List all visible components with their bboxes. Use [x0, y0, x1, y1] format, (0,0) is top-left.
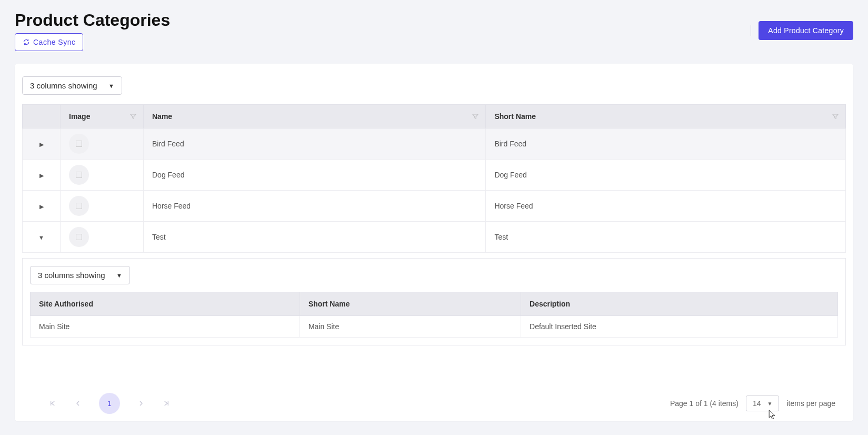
page-size-selector[interactable]: 14 ▼: [746, 396, 779, 411]
current-page-indicator[interactable]: 1: [99, 393, 120, 414]
filter-icon[interactable]: [129, 113, 137, 120]
pagination-bar: 1 Page 1 of 1 (4 items) 14 ▼ items per p…: [22, 388, 846, 414]
sync-icon: [23, 38, 30, 46]
expand-right-icon[interactable]: ▶: [39, 141, 44, 148]
subtable-row[interactable]: Main Site Main Site Default Inserted Sit…: [31, 316, 838, 338]
first-page-icon: [48, 399, 57, 408]
subcol-description[interactable]: Description: [521, 292, 838, 316]
filter-icon[interactable]: [832, 113, 839, 120]
next-page-button[interactable]: [137, 399, 145, 408]
cell-short-name: Test: [486, 222, 846, 253]
cell-name: Test: [144, 222, 486, 253]
subcol-short-name[interactable]: Short Name: [300, 292, 521, 316]
chevron-down-icon: ▼: [116, 272, 122, 279]
table-row[interactable]: ▶ Bird Feed Bird Feed: [23, 128, 846, 160]
image-placeholder-icon: [69, 134, 89, 154]
col-name[interactable]: Name: [144, 105, 486, 128]
expand-right-icon[interactable]: ▶: [39, 172, 44, 179]
cache-sync-label: Cache Sync: [33, 38, 75, 46]
image-placeholder-icon: [69, 196, 89, 216]
cell-short-name: Bird Feed: [486, 128, 846, 160]
last-page-button[interactable]: [162, 399, 171, 408]
expand-right-icon[interactable]: ▶: [39, 203, 44, 210]
add-product-category-button[interactable]: Add Product Category: [759, 21, 853, 40]
main-panel: 3 columns showing ▼ Image Name Short Na: [15, 64, 853, 421]
page-title: Product Categories: [15, 11, 170, 30]
page-size-value: 14: [753, 399, 761, 408]
table-row[interactable]: ▼ Test Test: [23, 222, 846, 253]
column-picker-sub[interactable]: 3 columns showing ▼: [30, 266, 130, 284]
column-picker-main[interactable]: 3 columns showing ▼: [22, 76, 122, 95]
last-page-icon: [162, 399, 171, 408]
divider: [751, 25, 751, 36]
cell-description: Default Inserted Site: [521, 316, 838, 338]
subcol-site-auth[interactable]: Site Authorised: [31, 292, 300, 316]
chevron-left-icon: [74, 399, 82, 408]
image-placeholder-icon: [69, 165, 89, 185]
cell-site-auth: Main Site: [31, 316, 300, 338]
expanded-subpanel: 3 columns showing ▼ Site Authorised Shor…: [22, 258, 846, 345]
cache-sync-button[interactable]: Cache Sync: [15, 33, 83, 51]
col-expand: [23, 105, 61, 128]
cell-short-name: Dog Feed: [486, 160, 846, 191]
table-row[interactable]: ▶ Dog Feed Dog Feed: [23, 160, 846, 191]
items-per-page-label: items per page: [786, 399, 835, 408]
expand-down-icon[interactable]: ▼: [38, 234, 44, 241]
table-row[interactable]: ▶ Horse Feed Horse Feed: [23, 191, 846, 222]
col-image[interactable]: Image: [61, 105, 144, 128]
chevron-down-icon: ▼: [767, 401, 772, 407]
cell-name: Horse Feed: [144, 191, 486, 222]
filter-icon[interactable]: [472, 113, 479, 120]
column-picker-label: 3 columns showing: [30, 81, 97, 90]
cell-name: Dog Feed: [144, 160, 486, 191]
cell-short-name: Main Site: [300, 316, 521, 338]
categories-table: Image Name Short Name ▶: [22, 104, 846, 253]
prev-page-button[interactable]: [74, 399, 82, 408]
chevron-down-icon: ▼: [108, 83, 114, 89]
sites-subtable: Site Authorised Short Name Description M…: [30, 292, 838, 338]
image-placeholder-icon: [69, 227, 89, 247]
col-short-name[interactable]: Short Name: [486, 105, 846, 128]
page-summary: Page 1 of 1 (4 items): [670, 399, 739, 408]
cell-name: Bird Feed: [144, 128, 486, 160]
chevron-right-icon: [137, 399, 145, 408]
first-page-button[interactable]: [48, 399, 57, 408]
cell-short-name: Horse Feed: [486, 191, 846, 222]
column-picker-label: 3 columns showing: [38, 271, 105, 280]
